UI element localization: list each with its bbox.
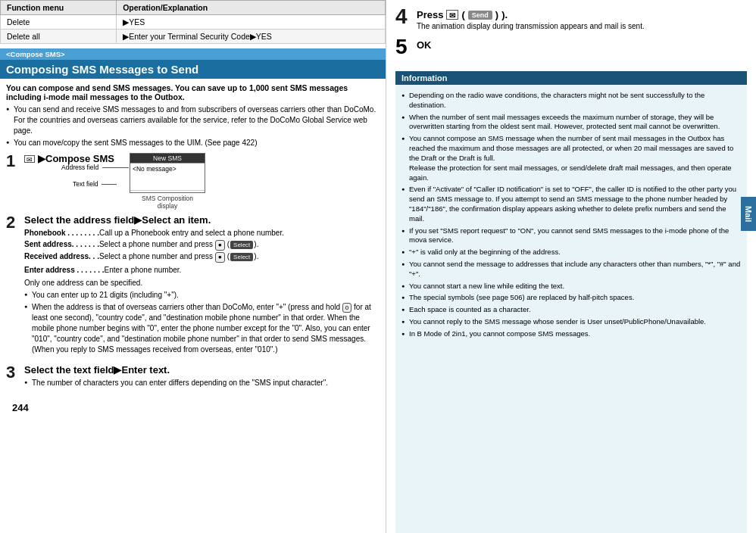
list-item: You can move/copy the sent SMS messages … (6, 138, 380, 148)
step2-bullet-list: You can enter up to 21 digits (including… (24, 290, 380, 355)
enter-address-label: Enter address . . . . . . . (24, 265, 105, 276)
list-item: You cannot start a new line while editin… (401, 282, 741, 291)
received-address-label: Received address. . . (24, 251, 99, 263)
send-button-label: Send (468, 11, 492, 20)
function-menu-table: Function menu Operation/Explanation Dele… (0, 0, 386, 44)
col-function-menu: Function menu (1, 1, 117, 15)
step-3: 3 Select the text field▶Enter text. The … (6, 364, 380, 393)
text-field-label: Text field (73, 180, 117, 188)
step-2: 2 Select the address field▶Select an ite… (6, 214, 380, 360)
step-1-title: ▶Compose SMS (38, 153, 114, 164)
page-number: 244 (6, 397, 380, 418)
phonebook-label: Phonebook . . . . . . . . (24, 228, 99, 238)
step-5: 5 OK (395, 35, 747, 59)
step3-bullet-list: The number of characters you can enter d… (24, 378, 380, 388)
table-row: Delete ▶YES (1, 15, 386, 30)
enter-address-desc: Enter a phone number. (105, 265, 380, 276)
phonebook-desc: Call up a Phonebook entry and select a p… (99, 228, 380, 238)
select-btn-sent: Select (230, 241, 253, 249)
information-list: Depending on the radio wave conditions, … (401, 91, 741, 339)
step-2-content: Select the address field▶Select an item.… (24, 214, 380, 360)
step-4-desc: The animation display during transmissio… (417, 22, 747, 30)
sent-address-desc: Select a phone number and press ● (Selec… (99, 239, 380, 251)
sms-diagram-caption: SMS Compositiondisplay (130, 195, 205, 210)
intro-bullet-list: You can send and receive SMS messages to… (6, 104, 380, 148)
list-item: Even if "Activate" of "Caller ID notific… (401, 185, 741, 223)
select-btn-received: Select (230, 253, 253, 261)
step-4-title: Press ✉(Send)). (417, 9, 747, 20)
func-delete: Delete (1, 15, 117, 30)
press-text: Press (417, 9, 443, 20)
sms-screen-row (130, 190, 205, 192)
table-row: Delete all ▶Enter your Terminal Security… (1, 30, 386, 44)
step-1: 1 ✉ ▶Compose SMS Address field (6, 153, 380, 210)
send-mail-icon: ✉ (446, 10, 458, 20)
list-item: The number of characters you can enter d… (24, 378, 380, 388)
mail-side-tab: Mail (741, 197, 756, 231)
list-item: "+" is valid only at the beginning of th… (401, 248, 741, 257)
func-delete-all: Delete all (1, 30, 117, 44)
sms-diagram: Address field Text field New SMS <No mes… (130, 153, 205, 210)
received-key-icon: ● (215, 252, 225, 263)
compose-sms-title: Composing SMS Messages to Send (0, 60, 386, 79)
step-4-number: 4 (395, 6, 412, 27)
right-panel: 4 Press ✉(Send)). The animation display … (386, 0, 756, 533)
step-2-number: 2 (6, 214, 20, 231)
sent-address-label: Sent address. . . . . . . (24, 239, 99, 251)
step-4: 4 Press ✉(Send)). The animation display … (395, 6, 747, 30)
sms-screen: New SMS <No message> (130, 153, 205, 193)
step-2-body: Phonebook . . . . . . . . Call up a Phon… (24, 228, 380, 355)
list-item: In B Mode of 2in1, you cannot compose SM… (401, 329, 741, 339)
list-item: If you set "SMS report request" to "ON",… (401, 226, 741, 246)
list-item: When the address is that of overseas car… (24, 302, 380, 355)
list-item: The special symbols (see page 506) are r… (401, 293, 741, 303)
step-2-title: Select the address field▶Select an item. (24, 214, 380, 226)
only-one-text: Only one address can be specified. (24, 278, 380, 288)
step-3-title: Select the text field▶Enter text. (24, 364, 380, 376)
list-item: You can enter up to 21 digits (including… (24, 290, 380, 301)
list-item: You cannot compose an SMS message when t… (401, 134, 741, 182)
sms-screen-body: <No message> (130, 163, 205, 190)
compose-mail-icon: ✉ (24, 155, 35, 163)
list-item: You cannot send the message to addresses… (401, 260, 741, 279)
sms-screen-title: New SMS (130, 154, 205, 163)
op-delete-all: ▶Enter your Terminal Security Code▶YES (117, 30, 386, 44)
list-item: You can send and receive SMS messages to… (6, 104, 380, 136)
step-3-number: 3 (6, 364, 20, 381)
list-item: You cannot reply to the SMS message whos… (401, 317, 741, 327)
step-4-content: Press ✉(Send)). The animation display du… (417, 6, 747, 30)
step2-key-icon: 0 (342, 303, 351, 313)
information-content: Depending on the radio wave conditions, … (395, 88, 747, 344)
col-operation: Operation/Explanation (117, 1, 386, 15)
list-item: Depending on the radio wave conditions, … (401, 91, 741, 111)
step-1-content: ✉ ▶Compose SMS Address field Text field (24, 153, 380, 210)
op-delete: ▶YES (117, 15, 386, 30)
intro-text: You can compose and send SMS messages. Y… (6, 83, 380, 101)
information-box: Information Depending on the radio wave … (395, 71, 747, 533)
received-address-desc: Select a phone number and press ● (Selec… (99, 251, 380, 263)
right-top-section: 4 Press ✉(Send)). The animation display … (386, 0, 756, 71)
main-content: You can compose and send SMS messages. Y… (0, 79, 386, 533)
compose-sms-header-box: <Compose SMS> (0, 48, 386, 60)
list-item: When the number of sent mail messages ex… (401, 113, 741, 132)
information-header: Information (395, 71, 747, 85)
step-5-number: 5 (395, 35, 412, 59)
step-1-number: 1 (6, 153, 20, 170)
sent-key-icon: ● (215, 240, 225, 251)
step-3-content: Select the text field▶Enter text. The nu… (24, 364, 380, 393)
list-item: Each space is counted as a character. (401, 305, 741, 315)
address-field-label: Address field (61, 164, 129, 171)
step-5-label: OK (417, 35, 432, 51)
compose-sms-small-title: <Compose SMS> (6, 50, 380, 58)
